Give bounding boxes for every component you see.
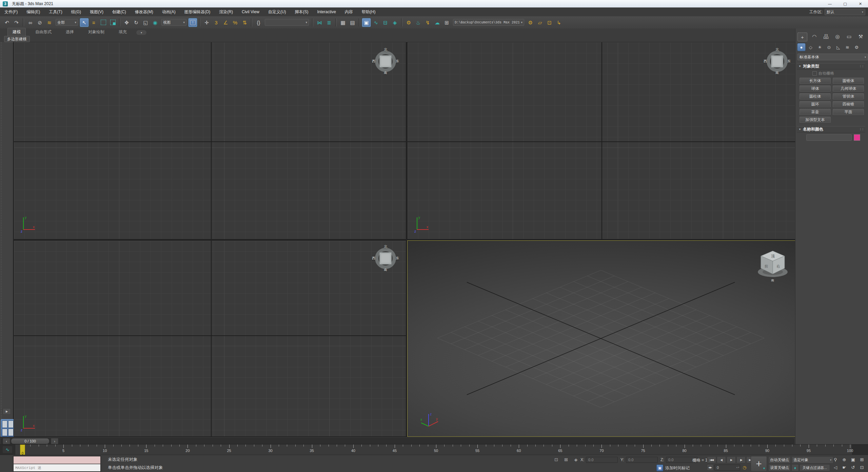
hierarchy-tab[interactable]: 品 bbox=[821, 33, 830, 41]
menu-item-14[interactable]: 内容 bbox=[340, 7, 357, 16]
orbit-button[interactable]: ↺ bbox=[849, 464, 857, 471]
expand-left-panel-button[interactable]: ▶ bbox=[3, 408, 11, 415]
toggle-scene-explorer-button[interactable]: ▦ bbox=[339, 18, 347, 27]
viewport-bottom-left[interactable]: 北 东 南 西 y x z bbox=[14, 240, 406, 437]
ribbon-overflow-button[interactable]: ▾ bbox=[136, 30, 146, 35]
primitive-type-dropdown[interactable]: 标准基本体 ▾ bbox=[797, 54, 868, 60]
mirror-button[interactable]: ⋈ bbox=[315, 18, 324, 27]
modify-tab[interactable]: ◠ bbox=[810, 33, 819, 41]
render-production-button[interactable]: ↯ bbox=[423, 18, 432, 27]
ribbon-tab-1[interactable]: 自由形式 bbox=[31, 28, 56, 36]
spinner-arrows-icon[interactable]: ▲▼ bbox=[736, 465, 739, 470]
percent-snap-toggle-button[interactable]: % bbox=[231, 18, 239, 27]
external-references-button[interactable]: ↳ bbox=[555, 18, 563, 27]
helpers-category-button[interactable]: ◺ bbox=[834, 43, 842, 51]
viewcube-3d[interactable]: 顶 前 右 南 bbox=[754, 245, 791, 283]
ribbon-tab-2[interactable]: 选择 bbox=[61, 28, 79, 36]
maximize-viewport-toggle[interactable]: ⊡ bbox=[858, 464, 866, 471]
render-in-cloud-button[interactable]: ☁ bbox=[433, 18, 441, 27]
go-to-start-button[interactable]: |◀◀ bbox=[707, 456, 716, 463]
y-coord-field[interactable]: 0.0 bbox=[626, 457, 658, 463]
next-frame-button[interactable]: |▶ bbox=[736, 456, 746, 463]
material-editor-button[interactable]: ◈ bbox=[391, 18, 399, 27]
primitive-button-6[interactable]: 圆环 bbox=[800, 101, 831, 107]
coordinate-display-mode-button[interactable]: ◈ bbox=[572, 456, 579, 463]
create-tab[interactable]: + bbox=[797, 33, 807, 41]
zoom-extents-button[interactable]: ▣ bbox=[849, 456, 857, 463]
primitive-button-10[interactable]: 加强型文本 bbox=[800, 117, 831, 123]
zoom-extents-all-button[interactable]: ⊞ bbox=[858, 456, 866, 463]
viewcube[interactable]: 北 东 南 西 bbox=[373, 245, 398, 271]
space-warps-category-button[interactable]: ≋ bbox=[844, 43, 851, 51]
auto-key-toggle[interactable]: 自动关键点 bbox=[768, 456, 791, 464]
ribbon-tab-0[interactable]: 建模 bbox=[7, 28, 26, 36]
rendered-frame-window-button[interactable]: ♨ bbox=[414, 18, 422, 27]
menu-item-13[interactable]: Interactive bbox=[313, 7, 340, 16]
utilities-tab[interactable]: ⚒ bbox=[856, 33, 865, 41]
open-project-folder-button[interactable]: ▱ bbox=[536, 18, 544, 27]
select-and-link-button[interactable]: ∞ bbox=[26, 18, 35, 27]
previous-frame-arrow[interactable]: ‹ bbox=[3, 438, 10, 444]
object-color-swatch[interactable] bbox=[854, 134, 860, 141]
field-of-view-button[interactable]: ◁ bbox=[831, 464, 840, 471]
new-key-default-in-tangent-button[interactable]: ♦ bbox=[791, 464, 799, 471]
close-button[interactable]: ✕ bbox=[853, 0, 868, 7]
maximize-button[interactable]: ▢ bbox=[837, 0, 853, 7]
asset-tracking-button[interactable]: ⊡ bbox=[545, 18, 554, 27]
zoom-button[interactable]: ⚲ bbox=[831, 456, 840, 463]
select-and-scale-button[interactable]: ◱ bbox=[141, 18, 150, 27]
selection-set-dropdown[interactable]: 选定对象 ▾ bbox=[791, 456, 833, 464]
select-object-button[interactable]: ↖ bbox=[80, 18, 88, 27]
viewcube[interactable]: 北 东 南 西 bbox=[373, 48, 398, 74]
primitive-button-8[interactable]: 茶壶 bbox=[800, 109, 831, 115]
object-type-rollout-header[interactable]: ▼ 对象类型 ⋮⋮ bbox=[797, 63, 865, 70]
time-configuration-button[interactable]: ◷ bbox=[741, 465, 748, 471]
menu-item-2[interactable]: 工具(T) bbox=[44, 7, 66, 16]
snap-toggle-3d-button[interactable]: 3 bbox=[212, 18, 220, 27]
window-crossing-toggle[interactable] bbox=[108, 18, 117, 27]
viewport-top-right[interactable]: 北 东 南 西 y x z bbox=[407, 42, 796, 239]
schematic-view-button[interactable]: ⊟ bbox=[381, 18, 390, 27]
open-mini-curve-editor-button[interactable]: ∿ bbox=[3, 446, 12, 453]
menu-item-10[interactable]: Civil View bbox=[237, 7, 264, 16]
unlink-selection-button[interactable]: ⊘ bbox=[36, 18, 44, 27]
pan-button[interactable]: ☛ bbox=[840, 464, 848, 471]
key-mode-toggle[interactable]: ◀▶ bbox=[707, 464, 713, 471]
bind-to-space-warp-button[interactable]: ≋ bbox=[45, 18, 54, 27]
menu-item-3[interactable]: 组(G) bbox=[67, 7, 85, 16]
geometry-category-button[interactable]: ● bbox=[797, 43, 805, 51]
object-name-field[interactable] bbox=[806, 134, 852, 141]
angle-snap-toggle-button[interactable]: ∠ bbox=[221, 18, 230, 27]
display-tab[interactable]: ▭ bbox=[845, 33, 854, 41]
menu-item-7[interactable]: 动画(A) bbox=[158, 7, 180, 16]
viewcube[interactable]: 北 东 南 西 bbox=[764, 48, 790, 74]
edit-named-selection-sets-button[interactable]: {} bbox=[254, 18, 263, 27]
primitive-button-4[interactable]: 圆柱体 bbox=[800, 93, 831, 100]
menu-item-9[interactable]: 渲染(R) bbox=[215, 7, 237, 16]
primitive-button-0[interactable]: 长方体 bbox=[800, 78, 831, 84]
time-slider-handle[interactable]: 0 / 100 bbox=[11, 438, 50, 444]
lights-category-button[interactable]: ☀ bbox=[816, 43, 824, 51]
x-coord-field[interactable]: 0.0 bbox=[586, 457, 618, 463]
ribbon-tab-4[interactable]: 填充 bbox=[114, 28, 132, 36]
menu-item-0[interactable]: 文件(F) bbox=[0, 7, 22, 16]
render-setup-button[interactable]: ⚙ bbox=[405, 18, 413, 27]
select-and-rotate-button[interactable]: ↻ bbox=[132, 18, 140, 27]
selection-lock-toggle[interactable]: ⊠ bbox=[563, 456, 570, 463]
key-filters-button[interactable]: 关键点过滤器... bbox=[800, 464, 830, 471]
workspace-dropdown[interactable]: 默认 ▾ bbox=[825, 9, 865, 15]
maxscript-macro-recorder-field[interactable] bbox=[14, 456, 100, 464]
current-frame-field[interactable]: 0 ▲▼ bbox=[714, 465, 740, 471]
motion-tab[interactable]: ◎ bbox=[833, 33, 842, 41]
viewport-top-left[interactable]: 北 东 南 西 y x z bbox=[14, 42, 406, 239]
track-bar-ruler[interactable]: 5101520253035404550556065707580859095100… bbox=[15, 445, 852, 455]
toggle-layer-explorer-button[interactable]: ▤ bbox=[348, 18, 357, 27]
project-settings-button[interactable]: ⚙ bbox=[526, 18, 535, 27]
select-and-manipulate-button[interactable]: ✛ bbox=[202, 18, 211, 27]
project-folder-dropdown[interactable]: D:\Backup\Documents\3ds Max 2021▾ bbox=[453, 19, 524, 26]
curve-editor-button[interactable]: ∿ bbox=[372, 18, 380, 27]
selection-filter-dropdown[interactable]: 全部▾ bbox=[56, 19, 78, 26]
cameras-category-button[interactable]: ⊙ bbox=[825, 43, 833, 51]
previous-frame-button[interactable]: ◀| bbox=[717, 456, 726, 463]
primitive-button-3[interactable]: 几何球体 bbox=[833, 85, 864, 92]
